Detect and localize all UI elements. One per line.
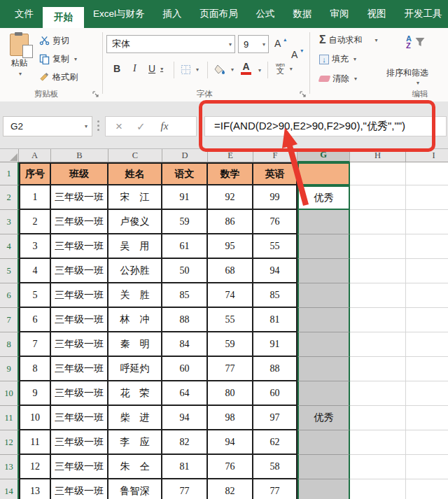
- cell-C11[interactable]: 柴 进: [108, 406, 162, 430]
- name-box-dropdown-icon[interactable]: ▾: [85, 123, 88, 129]
- cell-D4[interactable]: 61: [162, 234, 208, 259]
- cell-B4[interactable]: 三年级一班: [51, 234, 108, 259]
- cell-C1[interactable]: 姓名: [108, 162, 162, 185]
- cell-G14[interactable]: [298, 479, 350, 499]
- cell-H3[interactable]: [350, 210, 406, 234]
- cell-B11[interactable]: 三年级一班: [51, 406, 108, 430]
- cell-H9[interactable]: [350, 357, 406, 381]
- cell-F13[interactable]: 58: [253, 455, 298, 479]
- cell-F3[interactable]: 76: [253, 210, 298, 234]
- cell-B12[interactable]: 三年级一班: [51, 430, 108, 455]
- cell-C6[interactable]: 关 胜: [108, 283, 162, 308]
- cell-C9[interactable]: 呼延灼: [108, 357, 162, 381]
- cell-I1[interactable]: [406, 162, 448, 185]
- cell-H10[interactable]: [350, 381, 406, 406]
- formula-input[interactable]: =IF(AND(D2>90,E2>90,F2>90),"优秀",""): [204, 116, 447, 136]
- cell-A6[interactable]: 5: [19, 283, 51, 308]
- fill-color-button[interactable]: ▾: [214, 64, 234, 75]
- cell-G10[interactable]: [298, 381, 350, 406]
- cell-D9[interactable]: 60: [162, 357, 208, 381]
- cell-G13[interactable]: [298, 455, 350, 479]
- underline-button[interactable]: U▾: [148, 63, 163, 74]
- cell-G7[interactable]: [298, 308, 350, 332]
- cell-H13[interactable]: [350, 455, 406, 479]
- col-header-D[interactable]: D: [162, 149, 208, 162]
- row-header-5[interactable]: 5: [0, 259, 19, 283]
- row-header-3[interactable]: 3: [0, 210, 19, 234]
- cell-G9[interactable]: [298, 357, 350, 381]
- cell-H2[interactable]: [350, 185, 406, 210]
- cell-A10[interactable]: 9: [19, 381, 51, 406]
- cell-G8[interactable]: [298, 332, 350, 357]
- cell-B5[interactable]: 三年级一班: [51, 259, 108, 283]
- cell-C10[interactable]: 花 荣: [108, 381, 162, 406]
- cell-C3[interactable]: 卢俊义: [108, 210, 162, 234]
- cell-I12[interactable]: [406, 430, 448, 455]
- cell-G12[interactable]: [298, 430, 350, 455]
- underline-dropdown-icon[interactable]: ▾: [160, 66, 163, 72]
- col-header-H[interactable]: H: [350, 149, 406, 162]
- cell-I5[interactable]: [406, 259, 448, 283]
- cell-D1[interactable]: 语文: [162, 162, 208, 185]
- cell-F11[interactable]: 97: [253, 406, 298, 430]
- col-header-F[interactable]: F: [253, 149, 298, 162]
- cell-E14[interactable]: 82: [208, 479, 253, 499]
- font-size-dropdown-icon[interactable]: ▾: [262, 41, 265, 48]
- cell-B2[interactable]: 三年级一班: [51, 185, 108, 210]
- cell-A2[interactable]: 1: [19, 185, 51, 210]
- cell-C12[interactable]: 李 应: [108, 430, 162, 455]
- cancel-icon[interactable]: ×: [115, 120, 122, 134]
- cell-F2[interactable]: 99: [253, 185, 298, 210]
- cell-E10[interactable]: 80: [208, 381, 253, 406]
- cell-D10[interactable]: 64: [162, 381, 208, 406]
- name-box[interactable]: G2 ▾: [3, 116, 92, 136]
- cell-E9[interactable]: 77: [208, 357, 253, 381]
- cell-F6[interactable]: 85: [253, 283, 298, 308]
- autosum-dropdown-icon[interactable]: ▾: [375, 37, 378, 43]
- cell-F5[interactable]: 94: [253, 259, 298, 283]
- cell-D5[interactable]: 50: [162, 259, 208, 283]
- cell-A1[interactable]: 序号: [19, 162, 51, 185]
- cell-E6[interactable]: 74: [208, 283, 253, 308]
- row-header-2[interactable]: 2: [0, 185, 19, 210]
- tab-数据[interactable]: 数据: [284, 0, 321, 28]
- autosum-button[interactable]: Σ 自动求和 ▾: [319, 34, 378, 46]
- cell-D3[interactable]: 59: [162, 210, 208, 234]
- cell-E1[interactable]: 数学: [208, 162, 253, 185]
- cell-G3[interactable]: [298, 210, 350, 234]
- cell-C8[interactable]: 秦 明: [108, 332, 162, 357]
- cell-B10[interactable]: 三年级一班: [51, 381, 108, 406]
- cell-D2[interactable]: 91: [162, 185, 208, 210]
- cell-H4[interactable]: [350, 234, 406, 259]
- tab-Excel与财务[interactable]: Excel与财务: [84, 0, 154, 28]
- cell-H6[interactable]: [350, 283, 406, 308]
- col-header-B[interactable]: B: [51, 149, 108, 162]
- cell-I8[interactable]: [406, 332, 448, 357]
- font-size-combobox[interactable]: 9 ▾: [238, 35, 269, 53]
- cell-B1[interactable]: 班级: [51, 162, 108, 185]
- cell-E8[interactable]: 59: [208, 332, 253, 357]
- cell-I14[interactable]: [406, 479, 448, 499]
- cell-F12[interactable]: 62: [253, 430, 298, 455]
- cell-B3[interactable]: 三年级一班: [51, 210, 108, 234]
- formula-bar-splitter[interactable]: [97, 120, 99, 131]
- cell-E7[interactable]: 55: [208, 308, 253, 332]
- cell-B14[interactable]: 三年级一班: [51, 479, 108, 499]
- cell-H12[interactable]: [350, 430, 406, 455]
- cell-D7[interactable]: 88: [162, 308, 208, 332]
- phonetic-dropdown-icon[interactable]: ▾: [290, 66, 293, 72]
- insert-function-icon[interactable]: fx: [161, 120, 169, 132]
- cell-A8[interactable]: 7: [19, 332, 51, 357]
- cell-A14[interactable]: 13: [19, 479, 51, 499]
- cell-D13[interactable]: 81: [162, 455, 208, 479]
- cell-E3[interactable]: 86: [208, 210, 253, 234]
- cell-B9[interactable]: 三年级一班: [51, 357, 108, 381]
- row-header-7[interactable]: 7: [0, 308, 19, 332]
- fill-dropdown-icon[interactable]: ▾: [354, 56, 356, 62]
- cell-C2[interactable]: 宋 江: [108, 185, 162, 210]
- tab-页面布局[interactable]: 页面布局: [191, 0, 247, 28]
- cell-E4[interactable]: 95: [208, 234, 253, 259]
- tab-开始[interactable]: 开始: [43, 7, 84, 28]
- row-header-4[interactable]: 4: [0, 234, 19, 259]
- font-name-dropdown-icon[interactable]: ▾: [229, 41, 232, 48]
